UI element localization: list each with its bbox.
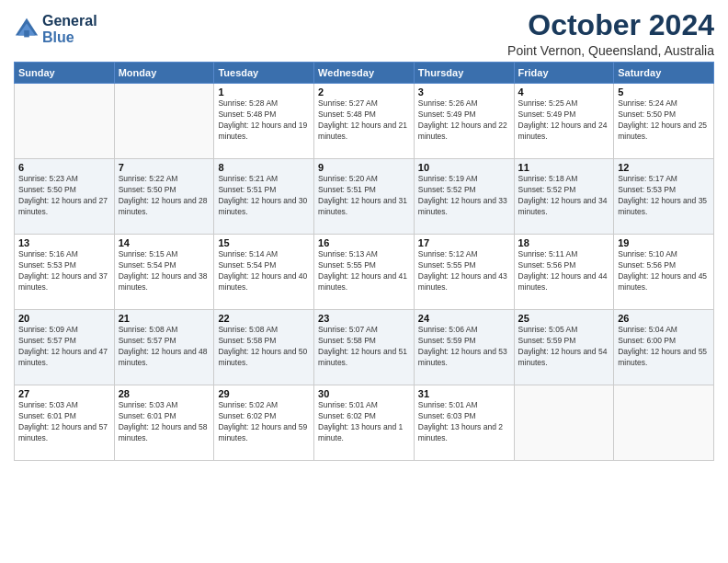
table-row: 9Sunrise: 5:20 AM Sunset: 5:51 PM Daylig… xyxy=(314,159,415,235)
table-row xyxy=(15,84,115,159)
day-number: 7 xyxy=(119,162,210,173)
day-number: 2 xyxy=(318,86,410,98)
table-row xyxy=(114,84,214,159)
table-row: 16Sunrise: 5:13 AM Sunset: 5:55 PM Dayli… xyxy=(314,235,415,310)
day-detail: Sunrise: 5:25 AM Sunset: 5:49 PM Dayligh… xyxy=(518,98,610,143)
header-tuesday: Tuesday xyxy=(214,63,314,84)
table-row: 24Sunrise: 5:06 AM Sunset: 5:59 PM Dayli… xyxy=(414,310,514,385)
day-detail: Sunrise: 5:03 AM Sunset: 6:01 PM Dayligh… xyxy=(18,400,110,444)
table-row: 18Sunrise: 5:11 AM Sunset: 5:56 PM Dayli… xyxy=(514,235,614,310)
table-row: 23Sunrise: 5:07 AM Sunset: 5:58 PM Dayli… xyxy=(314,310,415,385)
calendar: Sunday Monday Tuesday Wednesday Thursday… xyxy=(14,62,714,461)
calendar-week-1: 1Sunrise: 5:28 AM Sunset: 5:48 PM Daylig… xyxy=(15,84,714,159)
day-number: 27 xyxy=(18,388,110,399)
day-detail: Sunrise: 5:13 AM Sunset: 5:55 PM Dayligh… xyxy=(318,249,410,293)
table-row: 20Sunrise: 5:09 AM Sunset: 5:57 PM Dayli… xyxy=(15,310,115,385)
day-detail: Sunrise: 5:09 AM Sunset: 5:57 PM Dayligh… xyxy=(18,325,110,369)
day-detail: Sunrise: 5:07 AM Sunset: 5:58 PM Dayligh… xyxy=(318,325,410,369)
calendar-header-row: Sunday Monday Tuesday Wednesday Thursday… xyxy=(15,63,714,84)
day-number: 19 xyxy=(618,237,710,248)
day-number: 8 xyxy=(218,162,310,173)
table-row: 19Sunrise: 5:10 AM Sunset: 5:56 PM Dayli… xyxy=(614,235,714,310)
table-row: 31Sunrise: 5:01 AM Sunset: 6:03 PM Dayli… xyxy=(414,385,514,461)
table-row: 4Sunrise: 5:25 AM Sunset: 5:49 PM Daylig… xyxy=(514,84,614,159)
header-thursday: Thursday xyxy=(414,63,514,84)
day-number: 14 xyxy=(119,237,210,248)
day-number: 5 xyxy=(618,86,710,98)
day-number: 15 xyxy=(218,237,310,248)
page-container: General Blue October 2024 Point Vernon, … xyxy=(0,0,728,465)
svg-rect-2 xyxy=(24,30,29,37)
table-row: 7Sunrise: 5:22 AM Sunset: 5:50 PM Daylig… xyxy=(114,159,214,235)
table-row: 25Sunrise: 5:05 AM Sunset: 5:59 PM Dayli… xyxy=(514,310,614,385)
day-detail: Sunrise: 5:28 AM Sunset: 5:48 PM Dayligh… xyxy=(218,98,310,143)
calendar-week-5: 27Sunrise: 5:03 AM Sunset: 6:01 PM Dayli… xyxy=(15,385,714,461)
day-number: 21 xyxy=(119,313,210,324)
table-row: 26Sunrise: 5:04 AM Sunset: 6:00 PM Dayli… xyxy=(614,310,714,385)
day-detail: Sunrise: 5:18 AM Sunset: 5:52 PM Dayligh… xyxy=(518,174,610,218)
day-detail: Sunrise: 5:01 AM Sunset: 6:03 PM Dayligh… xyxy=(418,400,510,444)
day-number: 24 xyxy=(418,313,510,324)
day-number: 23 xyxy=(318,313,410,324)
day-detail: Sunrise: 5:10 AM Sunset: 5:56 PM Dayligh… xyxy=(618,249,710,293)
logo: General Blue xyxy=(14,13,97,46)
table-row: 13Sunrise: 5:16 AM Sunset: 5:53 PM Dayli… xyxy=(15,235,115,310)
header-saturday: Saturday xyxy=(614,63,714,84)
day-number: 18 xyxy=(518,237,610,248)
table-row xyxy=(514,385,614,461)
day-number: 12 xyxy=(618,162,710,173)
title-block: October 2024 Point Vernon, Queensland, A… xyxy=(507,9,714,58)
day-detail: Sunrise: 5:05 AM Sunset: 5:59 PM Dayligh… xyxy=(518,325,610,369)
day-detail: Sunrise: 5:16 AM Sunset: 5:53 PM Dayligh… xyxy=(18,249,110,293)
day-detail: Sunrise: 5:08 AM Sunset: 5:57 PM Dayligh… xyxy=(119,325,210,369)
calendar-week-4: 20Sunrise: 5:09 AM Sunset: 5:57 PM Dayli… xyxy=(15,310,714,385)
table-row: 30Sunrise: 5:01 AM Sunset: 6:02 PM Dayli… xyxy=(314,385,415,461)
calendar-week-2: 6Sunrise: 5:23 AM Sunset: 5:50 PM Daylig… xyxy=(15,159,714,235)
header-wednesday: Wednesday xyxy=(314,63,415,84)
table-row: 6Sunrise: 5:23 AM Sunset: 5:50 PM Daylig… xyxy=(15,159,115,235)
day-number: 17 xyxy=(418,237,510,248)
calendar-week-3: 13Sunrise: 5:16 AM Sunset: 5:53 PM Dayli… xyxy=(15,235,714,310)
day-detail: Sunrise: 5:06 AM Sunset: 5:59 PM Dayligh… xyxy=(418,325,510,369)
day-detail: Sunrise: 5:17 AM Sunset: 5:53 PM Dayligh… xyxy=(618,174,710,218)
day-number: 13 xyxy=(18,237,110,248)
day-detail: Sunrise: 5:21 AM Sunset: 5:51 PM Dayligh… xyxy=(218,174,310,218)
table-row: 21Sunrise: 5:08 AM Sunset: 5:57 PM Dayli… xyxy=(114,310,214,385)
day-number: 29 xyxy=(218,388,310,399)
day-number: 31 xyxy=(418,388,510,399)
day-number: 28 xyxy=(119,388,210,399)
header-sunday: Sunday xyxy=(15,63,115,84)
day-detail: Sunrise: 5:02 AM Sunset: 6:02 PM Dayligh… xyxy=(218,400,310,444)
header-monday: Monday xyxy=(114,63,214,84)
logo-text: General Blue xyxy=(42,13,97,46)
day-detail: Sunrise: 5:14 AM Sunset: 5:54 PM Dayligh… xyxy=(218,249,310,293)
month-title: October 2024 xyxy=(507,9,714,41)
day-detail: Sunrise: 5:15 AM Sunset: 5:54 PM Dayligh… xyxy=(119,249,210,293)
day-detail: Sunrise: 5:20 AM Sunset: 5:51 PM Dayligh… xyxy=(318,174,410,218)
day-number: 25 xyxy=(518,313,610,324)
day-detail: Sunrise: 5:23 AM Sunset: 5:50 PM Dayligh… xyxy=(18,174,110,218)
table-row xyxy=(614,385,714,461)
table-row: 22Sunrise: 5:08 AM Sunset: 5:58 PM Dayli… xyxy=(214,310,314,385)
day-detail: Sunrise: 5:22 AM Sunset: 5:50 PM Dayligh… xyxy=(119,174,210,218)
day-detail: Sunrise: 5:12 AM Sunset: 5:55 PM Dayligh… xyxy=(418,249,510,293)
table-row: 8Sunrise: 5:21 AM Sunset: 5:51 PM Daylig… xyxy=(214,159,314,235)
day-detail: Sunrise: 5:26 AM Sunset: 5:49 PM Dayligh… xyxy=(418,98,510,143)
day-number: 9 xyxy=(318,162,410,173)
day-number: 4 xyxy=(518,86,610,98)
day-detail: Sunrise: 5:19 AM Sunset: 5:52 PM Dayligh… xyxy=(418,174,510,218)
day-number: 11 xyxy=(518,162,610,173)
table-row: 5Sunrise: 5:24 AM Sunset: 5:50 PM Daylig… xyxy=(614,84,714,159)
day-detail: Sunrise: 5:08 AM Sunset: 5:58 PM Dayligh… xyxy=(218,325,310,369)
table-row: 29Sunrise: 5:02 AM Sunset: 6:02 PM Dayli… xyxy=(214,385,314,461)
table-row: 2Sunrise: 5:27 AM Sunset: 5:48 PM Daylig… xyxy=(314,84,415,159)
day-detail: Sunrise: 5:03 AM Sunset: 6:01 PM Dayligh… xyxy=(119,400,210,444)
table-row: 11Sunrise: 5:18 AM Sunset: 5:52 PM Dayli… xyxy=(514,159,614,235)
header: General Blue October 2024 Point Vernon, … xyxy=(14,9,714,58)
day-number: 22 xyxy=(218,313,310,324)
day-number: 20 xyxy=(18,313,110,324)
table-row: 3Sunrise: 5:26 AM Sunset: 5:49 PM Daylig… xyxy=(414,84,514,159)
table-row: 14Sunrise: 5:15 AM Sunset: 5:54 PM Dayli… xyxy=(114,235,214,310)
day-number: 30 xyxy=(318,388,410,399)
day-detail: Sunrise: 5:24 AM Sunset: 5:50 PM Dayligh… xyxy=(618,98,710,143)
